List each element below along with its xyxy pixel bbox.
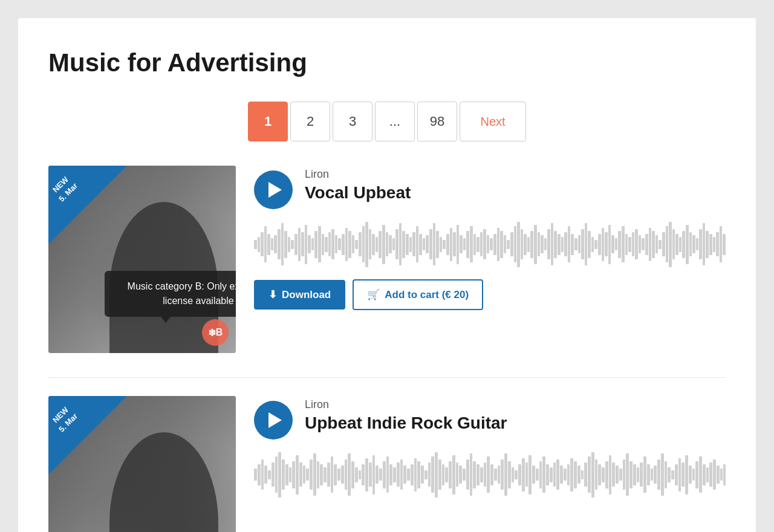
page-btn-3[interactable]: 3 — [333, 102, 372, 141]
pagination: 1 2 3 ... 98 Next — [48, 102, 726, 141]
track-card-1: NEW 5. Mar ❄ B Music category B: Only ex… — [48, 166, 726, 353]
play-icon-2 — [268, 412, 282, 428]
category-badge-1[interactable]: ❄ B — [202, 319, 229, 346]
track-actions-1: ⬇ Download 🛒 Add to cart (€ 20) — [254, 279, 726, 310]
next-button[interactable]: Next — [460, 102, 526, 141]
divider-1 — [48, 377, 726, 378]
page-btn-98[interactable]: 98 — [417, 102, 457, 141]
page-btn-2[interactable]: 2 — [290, 102, 330, 141]
track-header-2: Liron Upbeat Indie Rock Guitar — [254, 398, 726, 440]
play-icon-1 — [268, 182, 282, 198]
track-title-2: Upbeat Indie Rock Guitar — [305, 414, 726, 433]
artist-name-1: Liron — [305, 168, 726, 181]
track-header-1: Liron Vocal Upbeat — [254, 168, 726, 209]
play-button-2[interactable] — [254, 401, 293, 440]
track-info-1: Liron Vocal Upbeat ⬇ Download 🛒 Add to c… — [254, 166, 726, 310]
track-card-2: NEW 5. Mar Liron Upbeat Indie Rock Guita… — [48, 396, 726, 532]
waveform-2[interactable] — [254, 450, 726, 499]
download-button-1[interactable]: ⬇ Download — [254, 280, 345, 310]
page-title: Music for Advertising — [48, 48, 726, 77]
page-btn-1[interactable]: 1 — [248, 102, 288, 141]
waveform-1[interactable] — [254, 220, 726, 268]
track-title-1: Vocal Upbeat — [305, 183, 726, 203]
cart-icon-1: 🛒 — [367, 288, 380, 301]
track-info-2: Liron Upbeat Indie Rock Guitar — [254, 396, 726, 510]
artist-name-2: Liron — [305, 398, 726, 411]
play-button-1[interactable] — [254, 170, 293, 209]
track-meta-2: Liron Upbeat Indie Rock Guitar — [305, 398, 726, 433]
track-image-2: NEW 5. Mar — [48, 396, 236, 532]
add-to-cart-button-1[interactable]: 🛒 Add to cart (€ 20) — [353, 279, 483, 310]
snowflake-icon: ❄ — [208, 327, 216, 339]
page-btn-ellipsis: ... — [375, 102, 415, 141]
main-container: Music for Advertising 1 2 3 ... 98 Next … — [18, 18, 756, 532]
track-meta-1: Liron Vocal Upbeat — [305, 168, 726, 203]
download-icon-1: ⬇ — [268, 288, 277, 301]
track-image-1: NEW 5. Mar ❄ B Music category B: Only ex… — [48, 166, 236, 353]
